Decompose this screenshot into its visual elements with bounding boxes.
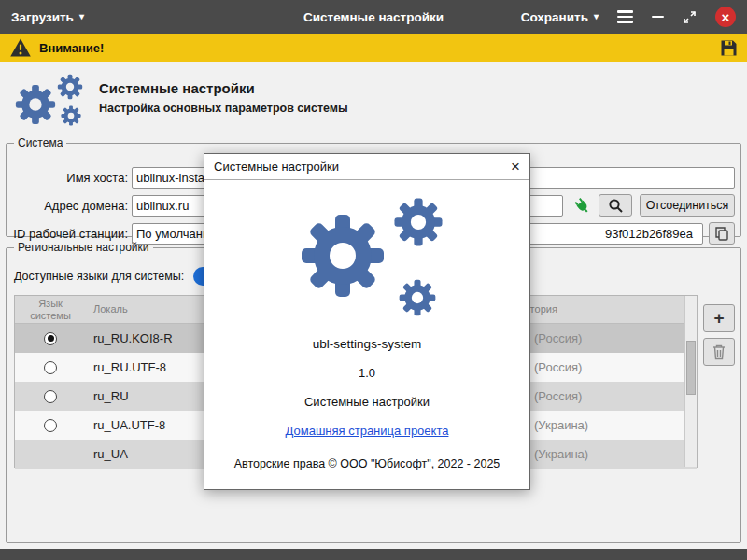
page-subtitle: Настройка основных параметров системы bbox=[99, 102, 348, 115]
save-menu-button[interactable]: Сохранить ▾ bbox=[521, 10, 599, 24]
warning-bar: Внимание! bbox=[0, 34, 747, 62]
connection-status-plug-icon bbox=[572, 196, 591, 215]
dialog-title: Системные настройки bbox=[214, 160, 339, 174]
gear-icon bbox=[397, 277, 438, 318]
search-domain-button[interactable] bbox=[599, 194, 632, 217]
disconnect-label: Отсоединиться bbox=[646, 199, 729, 212]
table-scrollbar[interactable] bbox=[684, 296, 697, 467]
titlebar-controls: Сохранить ▾ × bbox=[521, 7, 736, 27]
col-header-language: Язык системы bbox=[15, 298, 86, 320]
window-title: Системные настройки bbox=[303, 10, 444, 24]
scrollbar-thumb[interactable] bbox=[686, 341, 696, 395]
minimize-icon bbox=[652, 16, 664, 19]
radio-button[interactable] bbox=[44, 361, 57, 374]
gear-icon bbox=[13, 82, 58, 127]
load-menu-button[interactable]: Загрузить ▾ bbox=[11, 10, 84, 24]
minimize-button[interactable] bbox=[652, 16, 664, 19]
gear-icon bbox=[391, 195, 445, 249]
dialog-close-button[interactable]: × bbox=[511, 159, 520, 175]
titlebar: Загрузить ▾ Системные настройки Сохранит… bbox=[0, 0, 747, 34]
about-dialog: Системные настройки × bbox=[204, 153, 530, 490]
app-logo-large bbox=[287, 195, 447, 318]
hamburger-icon bbox=[617, 7, 633, 26]
maximize-button[interactable] bbox=[683, 10, 697, 24]
languages-label: Доступные языки для системы: bbox=[14, 270, 184, 283]
radio-button[interactable] bbox=[44, 332, 57, 345]
app-logo bbox=[13, 73, 99, 131]
copyright-text: Авторские права © ООО "Юбисофт", 2022 - … bbox=[204, 457, 529, 470]
dialog-titlebar: Системные настройки × bbox=[204, 154, 529, 180]
radio-button[interactable] bbox=[44, 419, 57, 432]
hostname-label: Имя хоста: bbox=[12, 171, 128, 185]
search-icon bbox=[608, 198, 624, 214]
gear-icon bbox=[60, 105, 82, 127]
status-bar bbox=[0, 549, 747, 560]
save-menu-label: Сохранить bbox=[521, 10, 588, 24]
gear-icon bbox=[296, 209, 389, 302]
station-id-label: ID рабочей станции: bbox=[12, 227, 128, 241]
add-locale-button[interactable]: + bbox=[703, 304, 735, 332]
radio-button[interactable] bbox=[44, 390, 57, 403]
regional-group-legend: Региональные настройки bbox=[14, 241, 153, 254]
disconnect-button[interactable]: Отсоединиться bbox=[640, 194, 735, 217]
app-description: Системные настройки bbox=[204, 395, 529, 409]
chevron-down-icon: ▾ bbox=[594, 12, 599, 21]
save-button[interactable] bbox=[720, 39, 738, 57]
load-menu-label: Загрузить bbox=[11, 10, 74, 24]
station-id-value-end: 93f012b26f89ea bbox=[605, 227, 693, 241]
delete-locale-button[interactable] bbox=[703, 338, 735, 366]
app-window: Загрузить ▾ Системные настройки Сохранит… bbox=[0, 0, 747, 560]
app-version: 1.0 bbox=[204, 366, 529, 380]
expand-icon bbox=[683, 10, 697, 24]
homepage-link[interactable]: Домашняя страница проекта bbox=[286, 424, 449, 438]
page-title: Системные настройки bbox=[99, 80, 255, 96]
domain-label: Адрес домена: bbox=[12, 199, 128, 213]
close-icon: × bbox=[511, 158, 520, 175]
copy-icon bbox=[714, 226, 729, 241]
dialog-body: ubl-settings-system 1.0 Системные настро… bbox=[204, 195, 529, 470]
warning-icon bbox=[9, 37, 32, 58]
gear-icon bbox=[56, 73, 84, 101]
close-icon: × bbox=[722, 9, 730, 25]
trash-icon bbox=[712, 343, 726, 360]
app-name: ubl-settings-system bbox=[204, 337, 529, 351]
system-group-legend: Система bbox=[14, 136, 66, 149]
chevron-down-icon: ▾ bbox=[79, 12, 84, 21]
close-window-button[interactable]: × bbox=[715, 7, 736, 27]
hamburger-menu-button[interactable] bbox=[617, 7, 633, 26]
warning-text: Внимание! bbox=[39, 41, 104, 55]
floppy-save-icon bbox=[720, 39, 738, 57]
